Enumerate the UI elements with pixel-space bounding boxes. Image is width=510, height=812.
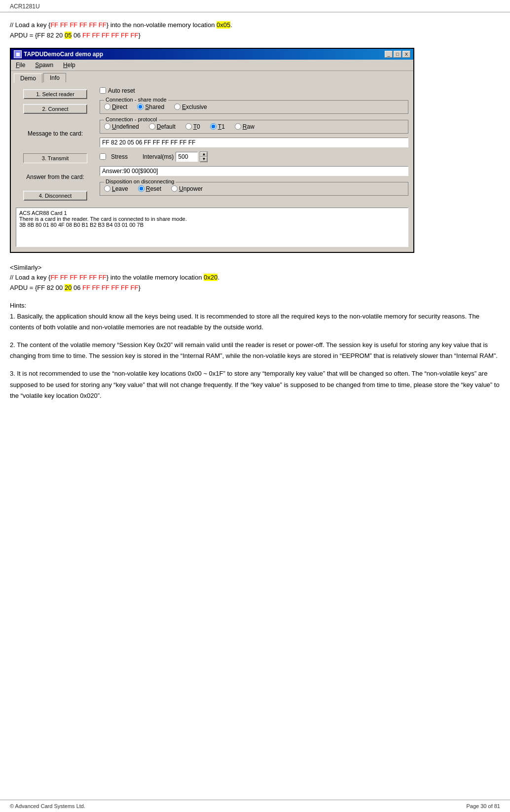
select-reader-button[interactable]: 1. Select reader: [23, 89, 87, 99]
hints-section: Hints: 1. Basically, the application sho…: [10, 300, 500, 401]
protocol-t1-radio[interactable]: [210, 123, 217, 130]
similarly-prefix: <Similarly>: [10, 263, 500, 273]
hint3-text: It is not recommended to use the “non-vo…: [10, 370, 500, 399]
stress-checkbox[interactable]: [100, 153, 106, 160]
message-to-card-label: Message to the card:: [28, 130, 83, 137]
share-shared-label: Shared: [145, 104, 164, 110]
share-exclusive-label: Exclusive: [182, 104, 207, 110]
disposition-label: Disposition on disconnecting: [104, 178, 176, 184]
answer-from-card-label: Answer from the card:: [26, 174, 84, 180]
connect-button[interactable]: 2. Connect: [23, 104, 87, 114]
spinner-down[interactable]: ▼: [200, 157, 207, 162]
status-line-2: There is a card in the reader. The card …: [19, 216, 405, 222]
hints-title: Hints:: [10, 300, 500, 311]
minimize-button[interactable]: _: [385, 51, 393, 58]
disposition-reset-label: Reset: [146, 185, 161, 192]
interval-group: Interval(ms) ▲ ▼: [143, 151, 208, 162]
dialog-window: ▦ TAPDUDemoCard demo app _ □ X File Spaw…: [10, 48, 414, 253]
similarly-line2-suffix: 06: [72, 284, 82, 291]
stress-label: Stress: [111, 153, 128, 160]
hint1-paragraph: 1. Basically, the application should kno…: [10, 311, 500, 333]
connection-share-radios: Direct Shared Exclusive: [104, 104, 404, 110]
disconnect-button[interactable]: 4. Disconnect: [23, 191, 87, 201]
disposition-leave-radio[interactable]: [104, 185, 110, 192]
answer-row: Answer:90 00[$9000]: [100, 166, 408, 176]
protocol-undefined: Undefined: [104, 123, 139, 130]
interval-input[interactable]: [176, 152, 198, 162]
spinner-up[interactable]: ▲: [200, 152, 207, 157]
share-direct-label: Direct: [112, 104, 127, 110]
share-shared-radio[interactable]: [137, 104, 144, 110]
message-input-row: [100, 138, 408, 147]
interval-label: Interval(ms): [143, 153, 174, 160]
close-button[interactable]: X: [402, 51, 410, 58]
auto-reset-label: Auto reset: [108, 87, 135, 94]
disposition-leave: Leave: [104, 185, 128, 192]
similarly-line1-prefix: // Load a key {: [10, 274, 50, 281]
titlebar-left: ▦ TAPDUDemoCard demo app: [14, 50, 103, 58]
left-panel: 1. Select reader 2. Connect Message to t…: [16, 87, 95, 201]
main-content: // Load a key {FF FF FF FF FF FF} into t…: [0, 12, 510, 418]
transmit-options-row: Stress Interval(ms) ▲ ▼: [100, 151, 408, 162]
titlebar-buttons[interactable]: _ □ X: [385, 51, 410, 58]
disposition-reset-radio[interactable]: [138, 185, 145, 192]
connection-protocol-group: Connection - protocol Undefined Default: [100, 120, 408, 134]
similarly-line2-ff: FF FF FF FF FF FF: [82, 284, 138, 291]
message-label-spacer: Message to the card:: [28, 119, 83, 148]
share-shared: Shared: [137, 104, 164, 110]
share-exclusive: Exclusive: [174, 104, 207, 110]
auto-reset-checkbox[interactable]: [100, 87, 106, 94]
intro-line2: APDU = {FF 82 20 05 06 FF FF FF FF FF FF…: [10, 31, 500, 41]
hint1-num: 1.: [10, 313, 15, 320]
protocol-undefined-label: Undefined: [112, 123, 139, 130]
dialog-tabs: Demo Info: [11, 71, 413, 82]
similarly-line2: APDU = {FF 82 00 20 06 FF FF FF FF FF FF…: [10, 283, 500, 293]
protocol-default: Default: [149, 123, 176, 130]
intro-line1: // Load a key {FF FF FF FF FF FF} into t…: [10, 20, 500, 31]
message-input[interactable]: [100, 138, 408, 147]
protocol-raw: Raw: [235, 123, 255, 130]
answer-value: Answer:90 00[$9000]: [102, 168, 158, 175]
maximize-button[interactable]: □: [394, 51, 401, 58]
tab-info[interactable]: Info: [43, 73, 66, 82]
similarly-line2-prefix: APDU = {FF 82 00: [10, 284, 65, 291]
page-header: ACR1281U: [0, 0, 510, 12]
share-exclusive-radio[interactable]: [174, 104, 181, 110]
menu-help[interactable]: Help: [60, 61, 78, 70]
similarly-highlight-20: 20: [65, 284, 72, 291]
answer-label-spacer: Answer from the card:: [26, 168, 84, 186]
connection-protocol-label: Connection - protocol: [104, 116, 159, 122]
right-panel: Auto reset Connection - share mode Direc…: [100, 87, 408, 201]
menu-file[interactable]: File: [13, 61, 28, 70]
status-line-1: ACS ACR88 Card 1: [19, 210, 405, 216]
intro-block: // Load a key {FF FF FF FF FF FF} into t…: [10, 20, 500, 41]
intro-line1-prefix: // Load a key {: [10, 21, 50, 29]
share-direct-radio[interactable]: [104, 104, 110, 110]
intro-line2-end: }: [138, 32, 140, 39]
header-title: ACR1281U: [10, 3, 40, 10]
protocol-raw-label: Raw: [243, 123, 255, 130]
intro-line1-suffix: } into the non-volatile memory location: [107, 21, 217, 29]
similarly-line2-end: }: [138, 284, 140, 291]
status-area-wrapper: ACS ACR88 Card 1 There is a card in the …: [16, 208, 408, 247]
transmit-button[interactable]: 3. Transmit: [23, 153, 87, 163]
tab-demo[interactable]: Demo: [14, 73, 42, 83]
disposition-unpower-label: Unpower: [179, 185, 203, 192]
share-direct: Direct: [104, 104, 127, 110]
similarly-line1-suffix: } into the volatile memory location: [107, 274, 204, 281]
page-footer: © Advanced Card Systems Ltd. Page 30 of …: [0, 800, 510, 812]
disposition-radios: Leave Reset Unpower: [104, 185, 404, 192]
hint2-text: The content of the volatile memory “Sess…: [10, 341, 498, 359]
status-area: ACS ACR88 Card 1 There is a card in the …: [16, 208, 408, 247]
dialog-body: 1. Select reader 2. Connect Message to t…: [11, 82, 413, 206]
menu-spawn[interactable]: Spawn: [32, 61, 56, 70]
disposition-unpower: Unpower: [171, 185, 203, 192]
app-icon: ▦: [14, 50, 22, 58]
protocol-undefined-radio[interactable]: [104, 123, 110, 130]
disposition-unpower-radio[interactable]: [171, 185, 178, 192]
protocol-raw-radio[interactable]: [235, 123, 241, 130]
protocol-default-radio[interactable]: [149, 123, 155, 130]
protocol-t1: T1: [210, 123, 225, 130]
protocol-t0-radio[interactable]: [185, 123, 192, 130]
similarly-line1: // Load a key {FF FF FF FF FF FF} into t…: [10, 273, 500, 283]
